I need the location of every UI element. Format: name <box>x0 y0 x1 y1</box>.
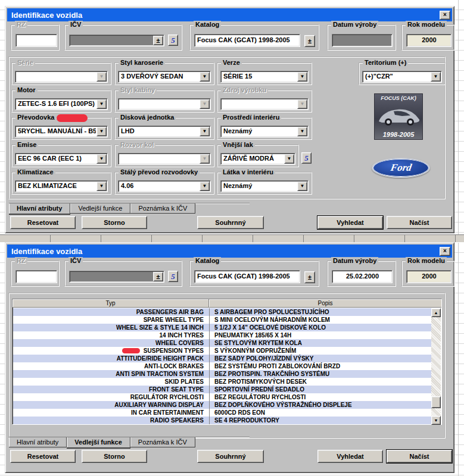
combo-styl_karoserie[interactable]: 3 DVEŘOVÝ SEDAN▼ <box>118 71 211 83</box>
combo-prostredi_interieru[interactable]: Neznámý▼ <box>220 126 309 137</box>
datum-vyroby-label: Datum výroby <box>331 257 378 265</box>
table-row[interactable]: FRONT SEAT TYPESPORTOVNÍ PREDNÍ SEDADLO <box>13 386 432 393</box>
load-button[interactable]: Načíst <box>387 216 452 229</box>
table-row[interactable]: PASSENGERS AIR BAGS AIRBAGEM PRO SPOLUCE… <box>13 308 432 316</box>
combo-open-button[interactable]: ± <box>153 272 163 281</box>
table-row[interactable]: ANTI SPIN TRACTION SYSTEMBEZ PROTISPIN. … <box>13 370 432 378</box>
search-button[interactable]: Vyhledat <box>317 450 383 463</box>
plus-minus-icon: ± <box>308 39 312 43</box>
combo-verze[interactable]: SÉRIE 15▼ <box>220 71 309 83</box>
reset-button[interactable]: Resetovat <box>10 450 76 463</box>
table-row[interactable]: 14 INCH TYRESPNEUMATIKY 185/65 X 14H <box>13 331 432 339</box>
combo-staly_prevod[interactable]: 4.06▼ <box>118 180 211 192</box>
field-label-rozvor_kol: Rozvor kol <box>119 141 155 149</box>
icv-combo[interactable]: ± <box>69 35 164 46</box>
dropdown-button[interactable]: ▼ <box>200 181 210 191</box>
revert-icon-button[interactable]: 5 <box>168 35 178 46</box>
field-group-rozvor_kol: Rozvor kol▼ <box>114 145 214 167</box>
red-highlight-mark <box>57 114 88 122</box>
summary-button[interactable]: Souhrnný <box>197 216 264 229</box>
combo-teritorium[interactable]: (+)"CZR"▼ <box>362 71 442 83</box>
dropdown-button[interactable]: ▼ <box>96 127 107 136</box>
tab-poznamka-k-icv[interactable]: Poznámka k IČV <box>130 203 195 214</box>
dropdown-button[interactable]: ▼ <box>284 154 294 164</box>
dropdown-button[interactable]: ▼ <box>297 99 307 109</box>
vertical-scrollbar[interactable]: ▲ ▼ <box>431 308 441 425</box>
popis-cell: SE 4 REPRODUKTORY <box>210 416 432 424</box>
title-bar[interactable]: Identifikace vozidla × <box>7 8 452 21</box>
katalog-value: Focus CAK (GCAT) 1998-2005 <box>195 271 300 280</box>
tab-hlavni-atributy[interactable]: Hlavní atributy <box>9 203 70 215</box>
table-row[interactable]: ANTI-LOCK BRAKESBEZ SYSTÉMU PROTI ZABLOK… <box>13 362 432 370</box>
cancel-button[interactable]: Storno <box>82 450 147 463</box>
search-button[interactable]: Vyhledat <box>317 216 383 229</box>
typ-cell: SUSPENSION TYPES <box>13 347 210 355</box>
dropdown-button[interactable]: ▼ <box>200 154 210 164</box>
dropdown-button[interactable]: ▼ <box>297 72 307 82</box>
field-group-klimatizace: KlimatizaceBEZ KLIMATIZACE▼ <box>11 172 111 195</box>
combo-zdroj_vyrobku[interactable]: ▼ <box>220 98 309 110</box>
table-row[interactable]: SUSPENSION TYPESS VÝKONNÝM ODPRUŽENÍM <box>13 347 432 355</box>
combo-open-button[interactable]: ± <box>153 36 163 45</box>
scroll-down-icon[interactable]: ▼ <box>431 416 441 425</box>
combo-prevodovka[interactable]: 5RYCHL. MANUÁLNÍ - B5/IB5▼ <box>15 126 108 137</box>
scrollbar-thumb[interactable] <box>431 396 441 408</box>
tab-vedlejsi-funkce[interactable]: Vedlejší funkce <box>70 203 130 214</box>
tab-vedlejsi-funkce[interactable]: Vedlejší funkce <box>67 437 130 449</box>
field-group-vnejsi_lak: Vnější lakZÁŘIVĚ MODRÁ▼ <box>217 145 299 167</box>
katalog-combo[interactable]: Focus CAK (GCAT) 1998-2005 <box>194 270 300 283</box>
table-row[interactable]: IN CAR ENTERTAINMENT6000CD RDS EON <box>13 409 432 416</box>
combo-klimatizace[interactable]: BEZ KLIMATIZACE▼ <box>15 180 108 192</box>
column-header-popis[interactable]: Popis <box>209 299 441 307</box>
table-row[interactable]: SKID PLATESBEZ PROTISMYKOVÝCH DESEK <box>13 378 432 386</box>
combo-vnejsi_lak[interactable]: ZÁŘIVĚ MODRÁ▼ <box>220 153 295 165</box>
scroll-up-icon[interactable]: ▲ <box>431 308 441 317</box>
dropdown-button[interactable]: ▼ <box>200 127 210 136</box>
cancel-button[interactable]: Storno <box>82 216 147 229</box>
combo-value: ZETEC-S 1.6 EFI (100PS) <box>15 99 96 109</box>
tab-poznamka-k-icv[interactable]: Poznámka k IČV <box>130 437 195 447</box>
revert-icon-button[interactable]: 5 <box>301 152 312 164</box>
revert-icon-button[interactable]: 5 <box>168 271 178 282</box>
combo-diskova_jednotka[interactable]: LHD▼ <box>118 126 211 137</box>
rz-input[interactable] <box>15 270 57 283</box>
field-label-vnejsi_lak: Vnější lak <box>221 141 255 149</box>
combo-rozvor_kol[interactable]: ▼ <box>118 153 211 165</box>
column-header-typ[interactable]: Typ <box>13 299 209 307</box>
load-button[interactable]: Načíst <box>387 450 452 463</box>
table-row[interactable]: AUXILIARY WARNING DISPLAYBEZ DOPLŇKOVÉHO… <box>13 401 432 409</box>
field-group-prostredi_interieru: Prostředí interiéruNeznámý▼ <box>217 117 312 140</box>
dropdown-button[interactable]: ▼ <box>96 72 107 82</box>
rz-input[interactable] <box>15 34 57 47</box>
combo-serie[interactable]: ▼ <box>15 71 108 83</box>
dropdown-button[interactable]: ▼ <box>96 181 107 191</box>
close-icon[interactable]: × <box>440 11 450 20</box>
dropdown-button[interactable]: ▼ <box>96 154 107 164</box>
icv-combo[interactable]: ± <box>69 271 164 283</box>
close-icon[interactable]: × <box>440 247 450 256</box>
dropdown-button[interactable]: ▼ <box>297 127 307 136</box>
table-row[interactable]: REGULÁTOR RYCHLOSTIBEZ REGULÁTORU RYCHLO… <box>13 393 432 401</box>
dropdown-button[interactable]: ▼ <box>200 99 210 109</box>
combo-emise[interactable]: EEC 96 CAR (EEC 1)▼ <box>15 153 108 165</box>
dropdown-button[interactable]: ▼ <box>96 99 107 109</box>
dropdown-button[interactable]: ▼ <box>200 72 210 82</box>
dropdown-button[interactable]: ▼ <box>297 181 307 191</box>
combo-motor[interactable]: ZETEC-S 1.6 EFI (100PS)▼ <box>15 98 108 110</box>
tab-hlavni-atributy[interactable]: Hlavní atributy <box>9 437 67 447</box>
combo-styl_kabiny[interactable]: ▼ <box>118 98 211 110</box>
table-row[interactable]: WHEEL SIZE & STYLE 14 INCH5 1/2J X 14" O… <box>13 324 432 331</box>
combo-open-button[interactable]: ± <box>304 35 315 47</box>
katalog-combo[interactable]: Focus CAK (GCAT) 1998-2005 <box>194 34 300 47</box>
typ-cell: ANTI SPIN TRACTION SYSTEM <box>13 370 210 378</box>
table-row[interactable]: ATTITUDE/RIDE HEIGHT PACKBEZ SADY POLOHY… <box>13 355 432 362</box>
summary-button[interactable]: Souhrnný <box>197 450 264 463</box>
table-row[interactable]: RADIO SPEAKERSSE 4 REPRODUKTORY <box>13 416 432 424</box>
reset-button[interactable]: Resetovat <box>10 216 76 229</box>
title-bar[interactable]: Identifikace vozidla × <box>7 245 452 258</box>
dropdown-button[interactable]: ▼ <box>431 72 441 82</box>
combo-open-button[interactable]: ± <box>304 271 315 283</box>
combo-latka_v_interieru[interactable]: Neznámý▼ <box>220 180 309 192</box>
table-row[interactable]: SPARE WHEEL TYPES MINI OCELOVÝM NÁHRADNÍ… <box>13 316 432 324</box>
table-row[interactable]: WHEEL COVERSSE STYLOVÝM KRYTEM KOLA <box>13 339 432 347</box>
